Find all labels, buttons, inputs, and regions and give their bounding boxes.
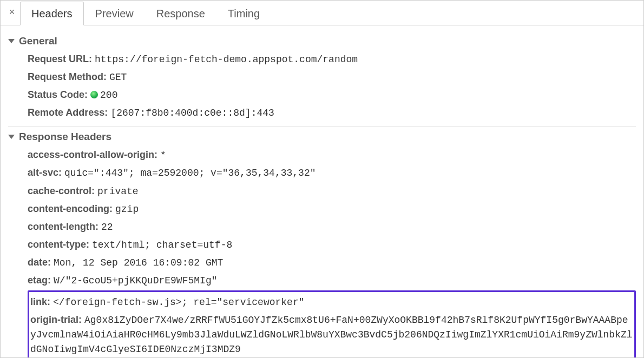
value-content-type: text/html; charset=utf-8: [92, 240, 232, 250]
chevron-down-icon: [8, 135, 15, 139]
network-details-panel: × Headers Preview Response Timing Genera…: [0, 0, 644, 358]
section-response-headers-header[interactable]: Response Headers: [8, 129, 636, 146]
row-request-url: Request URL: https://foreign-fetch-demo.…: [28, 50, 636, 68]
row-cache-control: cache-control: private: [28, 182, 636, 200]
row-content-encoding: content-encoding: gzip: [28, 200, 636, 218]
label-remote-address: Remote Address:: [28, 107, 108, 118]
status-dot-icon: [90, 91, 98, 98]
row-content-type: content-type: text/html; charset=utf-8: [28, 236, 636, 254]
label-content-encoding: content-encoding:: [28, 203, 113, 214]
label-alt-svc: alt-svc:: [28, 167, 62, 178]
section-general: General Request URL: https://foreign-fet…: [8, 31, 636, 127]
label-link: link:: [30, 296, 50, 307]
value-origin-trial: Ag0x8iZyDOer7X4we/zRRFfWU5iGOYJfZk5cmx8t…: [30, 315, 633, 355]
label-status-code: Status Code:: [28, 89, 88, 100]
label-cache-control: cache-control:: [28, 185, 95, 196]
row-etag: etag: W/"2-GcoU5+pjKKQuDrE9WF5MIg": [28, 271, 636, 289]
headers-content: General Request URL: https://foreign-fet…: [1, 25, 643, 357]
section-general-title: General: [19, 35, 57, 47]
label-request-method: Request Method:: [28, 71, 107, 82]
value-request-url: https://foreign-fetch-demo.appspot.com/r…: [95, 54, 358, 65]
row-alt-svc: alt-svc: quic=":443"; ma=2592000; v="36,…: [28, 164, 636, 182]
row-content-length: content-length: 22: [28, 218, 636, 236]
section-response-headers-title: Response Headers: [19, 131, 111, 143]
value-alt-svc: quic=":443"; ma=2592000; v="36,35,34,33,…: [64, 168, 316, 178]
close-icon[interactable]: ×: [4, 6, 20, 19]
section-general-rows: Request URL: https://foreign-fetch-demo.…: [8, 50, 636, 122]
row-link: link: </foreign-fetch-sw.js>; rel="servi…: [30, 293, 633, 311]
tab-response[interactable]: Response: [145, 2, 216, 25]
value-acao: *: [160, 150, 166, 161]
label-content-type: content-type:: [28, 239, 89, 250]
row-acao: access-control-allow-origin: *: [28, 146, 636, 164]
value-content-encoding: gzip: [115, 204, 139, 215]
value-cache-control: private: [97, 186, 139, 197]
row-remote-address: Remote Address: [2607:f8b0:400d:c0e::8d]…: [28, 104, 636, 122]
chevron-down-icon: [8, 39, 15, 43]
label-date: date:: [28, 257, 51, 268]
row-date: date: Mon, 12 Sep 2016 16:09:02 GMT: [28, 254, 636, 271]
label-request-url: Request URL:: [28, 54, 92, 64]
label-etag: etag:: [28, 275, 51, 286]
label-acao: access-control-allow-origin:: [28, 149, 157, 160]
status-code-text: 200: [100, 90, 117, 101]
row-request-method: Request Method: GET: [28, 68, 636, 86]
value-date: Mon, 12 Sep 2016 16:09:02 GMT: [54, 257, 223, 268]
value-link: </foreign-fetch-sw.js>; rel="servicework…: [53, 297, 304, 308]
section-general-header[interactable]: General: [8, 33, 636, 50]
section-response-headers-rows: access-control-allow-origin: * alt-svc: …: [8, 146, 636, 357]
tab-headers[interactable]: Headers: [20, 2, 84, 25]
label-content-length: content-length:: [28, 221, 98, 232]
highlighted-headers: link: </foreign-fetch-sw.js>; rel="servi…: [28, 290, 636, 357]
tab-timing[interactable]: Timing: [216, 2, 271, 25]
value-status-code: 200: [90, 90, 117, 101]
row-origin-trial: origin-trial: Ag0x8iZyDOer7X4we/zRRFfWU5…: [30, 311, 633, 357]
value-content-length: 22: [101, 222, 113, 233]
tab-preview[interactable]: Preview: [84, 2, 145, 25]
value-etag: W/"2-GcoU5+pjKKQuDrE9WF5MIg": [54, 275, 217, 286]
section-response-headers: Response Headers access-control-allow-or…: [8, 127, 636, 357]
value-remote-address: [2607:f8b0:400d:c0e::8d]:443: [110, 108, 274, 118]
tabbar: × Headers Preview Response Timing: [1, 1, 643, 25]
label-origin-trial: origin-trial:: [30, 314, 82, 325]
row-status-code: Status Code: 200: [28, 86, 636, 104]
value-request-method: GET: [109, 72, 127, 83]
